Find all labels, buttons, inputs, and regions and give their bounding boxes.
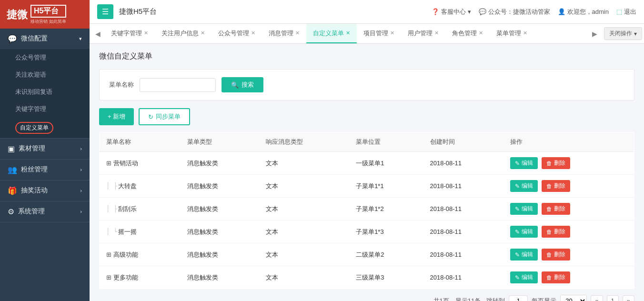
cell-name: ⊞更多功能 xyxy=(100,266,181,289)
chevron-right-icon-material: › xyxy=(80,146,82,151)
sync-icon: ↻ xyxy=(148,113,153,120)
delete-button-0[interactable]: 🗑 删除 xyxy=(542,157,570,169)
sidebar-item-welcome[interactable]: 关注欢迎语 xyxy=(0,66,90,83)
sidebar-item-unknown-reply[interactable]: 未识别回复语 xyxy=(0,83,90,100)
dropdown-arrow-icon: ▾ xyxy=(634,30,637,37)
tab-account-manage[interactable]: 公众号管理 ✕ xyxy=(211,24,262,43)
cell-created: 2018-08-11 xyxy=(423,175,503,198)
jump-label: 跳转到 xyxy=(486,297,505,301)
tab-close-follow[interactable]: ✕ xyxy=(201,30,205,36)
edit-button-0[interactable]: ✎ 编辑 xyxy=(510,157,538,169)
sidebar-group-header-wechat[interactable]: 💬 微信配置 ▾ xyxy=(0,29,90,49)
tab-close-user[interactable]: ✕ xyxy=(434,30,439,36)
sidebar-group-header-fans[interactable]: 👥 粉丝管理 › xyxy=(0,160,90,180)
cell-msg-type: 文本 xyxy=(259,243,349,266)
delete-button-1[interactable]: 🗑 删除 xyxy=(542,180,570,192)
tab-close-project[interactable]: ✕ xyxy=(390,30,394,36)
cell-type: 消息触发类 xyxy=(181,243,260,266)
logout-button[interactable]: ⬚ 退出 xyxy=(616,8,636,16)
nav-prev-button[interactable]: ◀ xyxy=(91,30,104,38)
sidebar-group-lottery[interactable]: 🎁 抽奖活动 › xyxy=(0,181,90,201)
main-area: ☰ 捷微H5平台 ❓ 客服中心 ▾ 💬 公众号：捷微活动管家 👤 欢迎您，adm… xyxy=(90,0,644,301)
trash-icon-1: 🗑 xyxy=(546,183,552,190)
wechat-sub-items: 公众号管理 关注欢迎语 未识别回复语 关键字管理 自定义菜单 xyxy=(0,49,90,138)
delete-button-2[interactable]: 🗑 删除 xyxy=(542,203,570,215)
page-jump-input[interactable] xyxy=(509,295,528,301)
trash-icon-4: 🗑 xyxy=(546,251,552,258)
page-title: 微信自定义菜单 xyxy=(99,51,634,61)
tab-custom-menu[interactable]: 自定义菜单 ✕ xyxy=(306,24,357,43)
edit-button-1[interactable]: ✎ 编辑 xyxy=(510,180,538,192)
delete-button-3[interactable]: 🗑 删除 xyxy=(542,226,570,238)
edit-icon-3: ✎ xyxy=(515,229,520,235)
delete-button-5[interactable]: 🗑 删除 xyxy=(542,271,570,283)
page-size-select[interactable]: 20 50 100 xyxy=(560,295,587,301)
chevron-down-icon: ▾ xyxy=(79,36,82,42)
topbar: ☰ 捷微H5平台 ❓ 客服中心 ▾ 💬 公众号：捷微活动管家 👤 欢迎您，adm… xyxy=(90,0,644,24)
sidebar-item-custom-menu[interactable]: 自定义菜单 xyxy=(0,118,90,138)
edit-button-4[interactable]: ✎ 编辑 xyxy=(510,249,538,261)
cell-name: │ ├大转盘 xyxy=(100,175,181,198)
tab-project[interactable]: 项目管理 ✕ xyxy=(357,24,401,43)
tab-follow-users[interactable]: 关注用户信息 ✕ xyxy=(155,24,211,43)
tab-keyword[interactable]: 关键字管理 ✕ xyxy=(104,24,155,43)
prev-page-button[interactable]: « xyxy=(591,295,603,301)
sidebar-group-header-lottery[interactable]: 🎁 抽奖活动 › xyxy=(0,181,90,201)
tab-close-message[interactable]: ✕ xyxy=(295,30,300,36)
tree-expand-icon: ⊞ xyxy=(106,251,111,258)
edit-button-3[interactable]: ✎ 编辑 xyxy=(510,226,538,238)
cell-created: 2018-08-11 xyxy=(423,221,503,243)
tab-close-keyword[interactable]: ✕ xyxy=(144,30,148,36)
help-center-button[interactable]: ❓ 客服中心 ▾ xyxy=(432,8,471,16)
search-bar: 菜单名称 🔍 搜索 xyxy=(99,69,634,100)
sidebar-group-fans[interactable]: 👥 粉丝管理 › xyxy=(0,160,90,181)
delete-button-4[interactable]: 🗑 删除 xyxy=(542,249,570,261)
search-input[interactable] xyxy=(140,78,216,92)
menu-table: 菜单名称 菜单类型 响应消息类型 菜单位置 创建时间 操作 ⊞营销活动 消息触发… xyxy=(99,132,634,289)
next-page-button[interactable]: » xyxy=(623,295,634,301)
table-row: ⊞更多功能 消息触发类 文本 三级菜单3 2018-08-11 ✎ 编辑 🗑 删… xyxy=(100,266,634,289)
tree-expand-icon: ⊞ xyxy=(106,160,111,167)
wechat-button[interactable]: 💬 公众号：捷微活动管家 xyxy=(479,8,550,16)
close-ops-button[interactable]: 关闭操作 ▾ xyxy=(604,27,642,40)
menu-toggle-button[interactable]: ☰ xyxy=(97,4,113,19)
sync-button[interactable]: ↻ 同步菜单 xyxy=(139,108,190,125)
sidebar-item-gongzhonghao[interactable]: 公众号管理 xyxy=(0,49,90,66)
sidebar-group-wechat[interactable]: 💬 微信配置 ▾ 公众号管理 关注欢迎语 未识别回复语 关键字管理 自定义菜单 xyxy=(0,29,90,139)
cell-type: 消息触发类 xyxy=(181,152,260,175)
edit-icon-5: ✎ xyxy=(515,274,520,281)
cell-name: │ └摇一摇 xyxy=(100,221,181,243)
search-button[interactable]: 🔍 搜索 xyxy=(221,77,263,92)
nav-tabs: ◀ 关键字管理 ✕ 关注用户信息 ✕ 公众号管理 ✕ 消息管理 ✕ 自定义菜单 … xyxy=(90,24,644,44)
tab-close-custom[interactable]: ✕ xyxy=(346,30,350,36)
edit-button-2[interactable]: ✎ 编辑 xyxy=(510,203,538,215)
sidebar-group-material[interactable]: ▣ 素材管理 › xyxy=(0,139,90,160)
tab-message[interactable]: 消息管理 ✕ xyxy=(262,24,306,43)
tab-role[interactable]: 角色管理 ✕ xyxy=(445,24,490,43)
tab-user[interactable]: 用户管理 ✕ xyxy=(401,24,445,43)
tab-close-menu[interactable]: ✕ xyxy=(523,30,527,36)
edit-button-5[interactable]: ✎ 编辑 xyxy=(510,271,538,283)
help-arrow-icon: ▾ xyxy=(468,8,471,15)
sidebar-group-label-wechat: 微信配置 xyxy=(21,34,48,43)
col-type: 菜单类型 xyxy=(181,132,260,152)
cell-ops: ✎ 编辑 🗑 删除 xyxy=(503,243,634,266)
nav-more-area: ▶ 关闭操作 ▾ xyxy=(588,27,642,40)
sidebar-item-keyword[interactable]: 关键字管理 xyxy=(0,100,90,118)
sidebar-group-label-system: 系统管理 xyxy=(18,207,45,216)
sidebar-group-header-material[interactable]: ▣ 素材管理 › xyxy=(0,139,90,159)
tab-menu-manage[interactable]: 菜单管理 ✕ xyxy=(490,24,534,43)
page-content: 微信自定义菜单 菜单名称 🔍 搜索 + 新增 ↻ 同步菜单 菜单名称 xyxy=(90,44,644,301)
sidebar-group-header-system[interactable]: ⚙ 系统管理 › xyxy=(0,201,90,222)
tab-close-role[interactable]: ✕ xyxy=(479,30,483,36)
sidebar-group-system[interactable]: ⚙ 系统管理 › xyxy=(0,201,90,222)
cell-position: 子菜单1*1 xyxy=(349,175,423,198)
add-button[interactable]: + 新增 xyxy=(99,108,134,125)
nav-next-button[interactable]: ▶ xyxy=(588,30,601,38)
tab-close-account[interactable]: ✕ xyxy=(251,30,255,36)
cell-position: 二级菜单2 xyxy=(349,243,423,266)
user-welcome[interactable]: 👤 欢迎您，admin xyxy=(558,8,609,16)
col-created: 创建时间 xyxy=(423,132,503,152)
cell-ops: ✎ 编辑 🗑 删除 xyxy=(503,221,634,243)
sidebar-group-label-material: 素材管理 xyxy=(19,144,45,153)
